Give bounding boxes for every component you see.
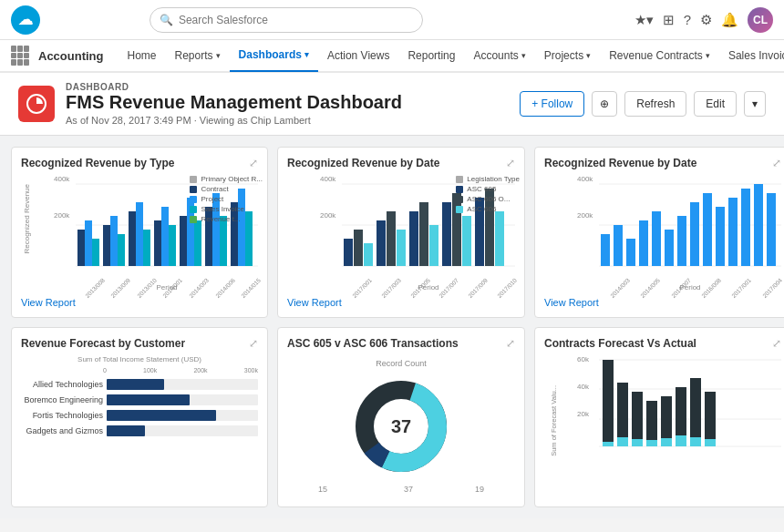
svg-rect-78 [646,440,657,446]
svg-rect-81 [690,437,701,446]
card4-title: Revenue Forecast by Customer [21,337,185,350]
svg-rect-47 [614,225,623,266]
card3-title: Recognized Revenue by Date [544,157,696,169]
chart2-x-axis: 2017/001 2017/003 2017/005 2017/007 2017… [320,277,515,283]
legend-asc605: ASC 605 [456,185,520,193]
svg-rect-39 [462,216,471,266]
svg-rect-15 [169,225,176,266]
settings-icon[interactable]: ⚙ [700,12,712,28]
favorites-icon[interactable]: ★▾ [634,12,654,28]
svg-rect-73 [690,378,701,446]
expand-icon[interactable]: ⤢ [249,157,258,169]
hbar-fill-fortis [107,410,216,421]
nav-home[interactable]: Home [119,39,166,72]
svg-rect-55 [716,207,725,266]
svg-rect-46 [601,234,610,266]
svg-rect-18 [194,220,201,266]
svg-rect-51 [665,230,674,266]
card-revenue-by-type: Recognized Revenue by Type ⤢ Recognized … [11,147,268,318]
app-name: Accounting [38,49,104,63]
card-revenue-by-date-2: Recognized Revenue by Date ⤢ 400k 200k [534,147,784,318]
share-button[interactable]: ⊕ [592,91,617,117]
avatar[interactable]: CL [748,7,773,33]
svg-rect-37 [442,202,451,266]
hbar-boremco: Boremco Engineering [21,394,258,405]
chart1-legend: Primary Object R... Contract Project Sal… [190,175,263,223]
more-button[interactable]: ▾ [744,91,766,117]
svg-rect-4 [77,230,85,266]
hbar-fill-boremco [107,394,190,405]
dashboard-label: DASHBOARD [66,82,402,92]
svg-rect-77 [632,439,643,446]
refresh-button[interactable]: Refresh [624,91,686,117]
nav-revenue-contracts[interactable]: Revenue Contracts ▾ [600,39,719,72]
nav-action-views[interactable]: Action Views [318,39,398,72]
svg-rect-32 [387,211,396,266]
nav-reporting[interactable]: Reporting [398,39,464,72]
card6-title: Contracts Forecast Vs Actual [544,337,696,350]
nav-sales-invoices[interactable]: Sales Invoices ▾ [719,39,784,72]
svg-rect-33 [397,230,406,266]
svg-rect-50 [652,211,661,266]
chart3-view-report[interactable]: View Report [544,297,781,308]
help-icon[interactable]: ? [684,12,691,27]
dashboard-actions: + Follow ⊕ Refresh Edit ▾ [520,91,766,117]
svg-rect-70 [646,401,657,446]
chart4-bars: Allied Technologies Boremco Engineering … [21,375,258,497]
hbar-fill-gadgets [107,425,145,436]
legend-project: Project [190,195,263,203]
chart6-svg [599,355,781,455]
svg-rect-13 [154,220,161,266]
card-asc-transactions: ASC 605 v ASC 606 Transactions ⤢ Record … [277,327,525,507]
expand-icon-3[interactable]: ⤢ [772,157,781,169]
card5-header: ASC 605 v ASC 606 Transactions ⤢ [287,337,515,355]
svg-rect-28 [344,239,353,266]
chart2-view-report[interactable]: View Report [287,297,515,308]
chart1-x-axis: 2013/008 2013/009 2013/010 2014/001 2014… [54,277,258,283]
card3-header: Recognized Revenue by Date ⤢ [544,157,781,175]
legend-legislation: Legislation Type [456,175,520,183]
svg-rect-79 [661,438,672,446]
hbar-label-gadgets: Gadgets and Gizmos [21,426,103,435]
svg-rect-58 [754,184,763,266]
chart3-x-axis: 2014/003 2014/005 2014/007 2016/008 2017… [577,277,781,283]
nav-accounts[interactable]: Accounts ▾ [464,39,534,72]
search-input[interactable] [179,14,413,26]
hbar-track-fortis [107,410,258,421]
chart5-subtitle: Record Count [376,359,427,368]
svg-rect-75 [603,442,614,446]
legend-revenue: Revenue t... [190,215,263,223]
dashboard-subtitle: As of Nov 28, 2017 3:49 PM · Viewing as … [66,115,402,126]
expand-icon-4[interactable]: ⤢ [249,337,258,350]
edit-button[interactable]: Edit [694,91,737,117]
nav-reports[interactable]: Reports ▾ [166,39,230,72]
expand-icon-5[interactable]: ⤢ [506,337,515,350]
card2-title: Recognized Revenue by Date [287,157,439,169]
add-icon[interactable]: ⊞ [663,12,675,28]
follow-button[interactable]: + Follow [520,91,584,117]
dashboard-icon [18,86,55,122]
nav-projects[interactable]: Projects ▾ [535,39,600,72]
dashboard-title: FMS Revenue Management Dashboard [66,92,402,113]
donut-labels: 15 37 19 [287,485,515,494]
expand-icon-2[interactable]: ⤢ [506,157,515,169]
svg-rect-52 [677,216,686,266]
app-launcher-icon[interactable] [11,46,29,66]
svg-rect-42 [495,211,504,266]
card1-title: Recognized Revenue by Type [21,157,175,169]
expand-icon-6[interactable]: ⤢ [772,337,781,350]
svg-rect-56 [728,198,738,266]
card-contracts-forecast: Contracts Forecast Vs Actual ⤢ 60k 40k 2… [534,327,784,507]
nav-dashboards[interactable]: Dashboards ▾ [230,39,318,72]
chart4-x-label: Sum of Total Income Statement (USD) [21,355,258,363]
notifications-icon[interactable]: 🔔 [721,12,738,28]
nav-bar: Accounting Home Reports ▾ Dashboards ▾ A… [0,40,784,73]
svg-rect-12 [143,230,150,266]
search-bar[interactable]: 🔍 [150,7,423,33]
svg-rect-36 [429,225,438,266]
hbar-track-gadgets [107,425,258,436]
svg-rect-54 [703,193,712,266]
svg-rect-16 [180,216,187,266]
donut-number: 37 [391,416,411,437]
svg-rect-57 [741,189,750,266]
